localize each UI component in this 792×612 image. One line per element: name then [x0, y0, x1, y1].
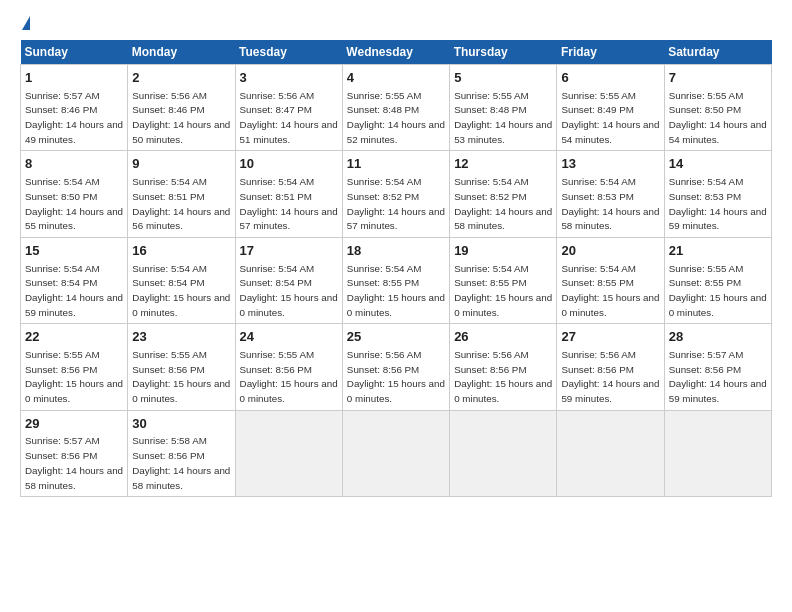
- day-info: Sunrise: 5:54 AMSunset: 8:54 PMDaylight:…: [240, 263, 338, 318]
- day-info: Sunrise: 5:54 AMSunset: 8:51 PMDaylight:…: [132, 176, 230, 231]
- day-number: 18: [347, 242, 445, 260]
- day-number: 9: [132, 155, 230, 173]
- day-cell-30: 30 Sunrise: 5:58 AMSunset: 8:56 PMDaylig…: [128, 410, 235, 496]
- day-info: Sunrise: 5:54 AMSunset: 8:53 PMDaylight:…: [669, 176, 767, 231]
- empty-cell: [664, 410, 771, 496]
- header-row: SundayMondayTuesdayWednesdayThursdayFrid…: [21, 40, 772, 65]
- day-info: Sunrise: 5:55 AMSunset: 8:48 PMDaylight:…: [347, 90, 445, 145]
- day-info: Sunrise: 5:57 AMSunset: 8:56 PMDaylight:…: [25, 435, 123, 490]
- day-info: Sunrise: 5:54 AMSunset: 8:55 PMDaylight:…: [561, 263, 659, 318]
- day-cell-1: 1 Sunrise: 5:57 AMSunset: 8:46 PMDayligh…: [21, 65, 128, 151]
- day-info: Sunrise: 5:56 AMSunset: 8:56 PMDaylight:…: [347, 349, 445, 404]
- day-cell-16: 16 Sunrise: 5:54 AMSunset: 8:54 PMDaylig…: [128, 237, 235, 323]
- day-number: 13: [561, 155, 659, 173]
- day-number: 23: [132, 328, 230, 346]
- day-cell-8: 8 Sunrise: 5:54 AMSunset: 8:50 PMDayligh…: [21, 151, 128, 237]
- day-cell-11: 11 Sunrise: 5:54 AMSunset: 8:52 PMDaylig…: [342, 151, 449, 237]
- day-info: Sunrise: 5:58 AMSunset: 8:56 PMDaylight:…: [132, 435, 230, 490]
- day-cell-12: 12 Sunrise: 5:54 AMSunset: 8:52 PMDaylig…: [450, 151, 557, 237]
- day-cell-14: 14 Sunrise: 5:54 AMSunset: 8:53 PMDaylig…: [664, 151, 771, 237]
- day-number: 6: [561, 69, 659, 87]
- day-cell-24: 24 Sunrise: 5:55 AMSunset: 8:56 PMDaylig…: [235, 324, 342, 410]
- calendar-week-3: 15 Sunrise: 5:54 AMSunset: 8:54 PMDaylig…: [21, 237, 772, 323]
- calendar-week-5: 29 Sunrise: 5:57 AMSunset: 8:56 PMDaylig…: [21, 410, 772, 496]
- day-cell-29: 29 Sunrise: 5:57 AMSunset: 8:56 PMDaylig…: [21, 410, 128, 496]
- day-info: Sunrise: 5:56 AMSunset: 8:46 PMDaylight:…: [132, 90, 230, 145]
- day-info: Sunrise: 5:55 AMSunset: 8:55 PMDaylight:…: [669, 263, 767, 318]
- column-header-friday: Friday: [557, 40, 664, 65]
- day-info: Sunrise: 5:54 AMSunset: 8:55 PMDaylight:…: [454, 263, 552, 318]
- column-header-thursday: Thursday: [450, 40, 557, 65]
- column-header-sunday: Sunday: [21, 40, 128, 65]
- day-number: 3: [240, 69, 338, 87]
- day-cell-23: 23 Sunrise: 5:55 AMSunset: 8:56 PMDaylig…: [128, 324, 235, 410]
- day-number: 25: [347, 328, 445, 346]
- day-number: 17: [240, 242, 338, 260]
- day-cell-22: 22 Sunrise: 5:55 AMSunset: 8:56 PMDaylig…: [21, 324, 128, 410]
- day-cell-18: 18 Sunrise: 5:54 AMSunset: 8:55 PMDaylig…: [342, 237, 449, 323]
- column-header-saturday: Saturday: [664, 40, 771, 65]
- day-cell-7: 7 Sunrise: 5:55 AMSunset: 8:50 PMDayligh…: [664, 65, 771, 151]
- day-cell-27: 27 Sunrise: 5:56 AMSunset: 8:56 PMDaylig…: [557, 324, 664, 410]
- day-cell-13: 13 Sunrise: 5:54 AMSunset: 8:53 PMDaylig…: [557, 151, 664, 237]
- empty-cell: [557, 410, 664, 496]
- day-number: 1: [25, 69, 123, 87]
- day-number: 22: [25, 328, 123, 346]
- day-number: 24: [240, 328, 338, 346]
- day-number: 8: [25, 155, 123, 173]
- day-number: 12: [454, 155, 552, 173]
- day-number: 16: [132, 242, 230, 260]
- day-number: 20: [561, 242, 659, 260]
- day-cell-6: 6 Sunrise: 5:55 AMSunset: 8:49 PMDayligh…: [557, 65, 664, 151]
- empty-cell: [342, 410, 449, 496]
- day-cell-2: 2 Sunrise: 5:56 AMSunset: 8:46 PMDayligh…: [128, 65, 235, 151]
- day-cell-17: 17 Sunrise: 5:54 AMSunset: 8:54 PMDaylig…: [235, 237, 342, 323]
- day-cell-28: 28 Sunrise: 5:57 AMSunset: 8:56 PMDaylig…: [664, 324, 771, 410]
- day-info: Sunrise: 5:55 AMSunset: 8:48 PMDaylight:…: [454, 90, 552, 145]
- day-number: 29: [25, 415, 123, 433]
- logo: [20, 16, 30, 30]
- column-header-monday: Monday: [128, 40, 235, 65]
- day-number: 30: [132, 415, 230, 433]
- day-info: Sunrise: 5:55 AMSunset: 8:50 PMDaylight:…: [669, 90, 767, 145]
- day-number: 10: [240, 155, 338, 173]
- day-cell-3: 3 Sunrise: 5:56 AMSunset: 8:47 PMDayligh…: [235, 65, 342, 151]
- day-info: Sunrise: 5:57 AMSunset: 8:56 PMDaylight:…: [669, 349, 767, 404]
- day-cell-19: 19 Sunrise: 5:54 AMSunset: 8:55 PMDaylig…: [450, 237, 557, 323]
- day-info: Sunrise: 5:57 AMSunset: 8:46 PMDaylight:…: [25, 90, 123, 145]
- day-number: 14: [669, 155, 767, 173]
- day-number: 7: [669, 69, 767, 87]
- day-number: 15: [25, 242, 123, 260]
- day-cell-10: 10 Sunrise: 5:54 AMSunset: 8:51 PMDaylig…: [235, 151, 342, 237]
- day-cell-20: 20 Sunrise: 5:54 AMSunset: 8:55 PMDaylig…: [557, 237, 664, 323]
- day-number: 27: [561, 328, 659, 346]
- day-info: Sunrise: 5:55 AMSunset: 8:49 PMDaylight:…: [561, 90, 659, 145]
- day-info: Sunrise: 5:56 AMSunset: 8:56 PMDaylight:…: [454, 349, 552, 404]
- day-cell-26: 26 Sunrise: 5:56 AMSunset: 8:56 PMDaylig…: [450, 324, 557, 410]
- day-number: 2: [132, 69, 230, 87]
- calendar-table: SundayMondayTuesdayWednesdayThursdayFrid…: [20, 40, 772, 497]
- day-info: Sunrise: 5:54 AMSunset: 8:54 PMDaylight:…: [132, 263, 230, 318]
- day-cell-21: 21 Sunrise: 5:55 AMSunset: 8:55 PMDaylig…: [664, 237, 771, 323]
- day-number: 11: [347, 155, 445, 173]
- day-info: Sunrise: 5:55 AMSunset: 8:56 PMDaylight:…: [240, 349, 338, 404]
- day-info: Sunrise: 5:56 AMSunset: 8:47 PMDaylight:…: [240, 90, 338, 145]
- empty-cell: [235, 410, 342, 496]
- day-info: Sunrise: 5:54 AMSunset: 8:51 PMDaylight:…: [240, 176, 338, 231]
- empty-cell: [450, 410, 557, 496]
- day-cell-9: 9 Sunrise: 5:54 AMSunset: 8:51 PMDayligh…: [128, 151, 235, 237]
- logo-triangle-icon: [22, 16, 30, 30]
- day-info: Sunrise: 5:54 AMSunset: 8:54 PMDaylight:…: [25, 263, 123, 318]
- calendar-week-4: 22 Sunrise: 5:55 AMSunset: 8:56 PMDaylig…: [21, 324, 772, 410]
- day-number: 19: [454, 242, 552, 260]
- day-number: 28: [669, 328, 767, 346]
- day-cell-5: 5 Sunrise: 5:55 AMSunset: 8:48 PMDayligh…: [450, 65, 557, 151]
- day-number: 4: [347, 69, 445, 87]
- day-cell-4: 4 Sunrise: 5:55 AMSunset: 8:48 PMDayligh…: [342, 65, 449, 151]
- day-info: Sunrise: 5:55 AMSunset: 8:56 PMDaylight:…: [132, 349, 230, 404]
- calendar-week-2: 8 Sunrise: 5:54 AMSunset: 8:50 PMDayligh…: [21, 151, 772, 237]
- day-info: Sunrise: 5:54 AMSunset: 8:53 PMDaylight:…: [561, 176, 659, 231]
- day-info: Sunrise: 5:54 AMSunset: 8:50 PMDaylight:…: [25, 176, 123, 231]
- page: SundayMondayTuesdayWednesdayThursdayFrid…: [0, 0, 792, 612]
- day-number: 26: [454, 328, 552, 346]
